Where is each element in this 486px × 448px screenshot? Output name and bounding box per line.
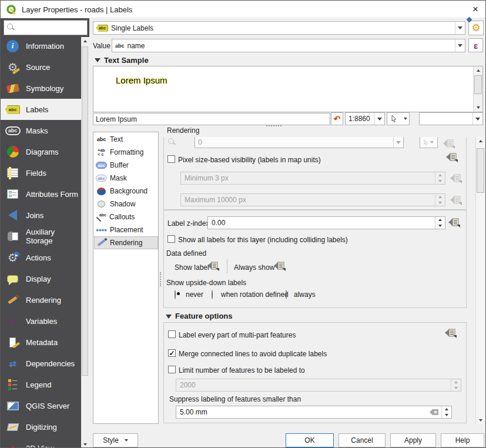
upside-down-when-rotation-radio[interactable] [212, 290, 213, 299]
map-settings-dropdown-icon[interactable] [401, 112, 410, 125]
tab-text[interactable]: abc Text [94, 133, 158, 146]
label-z-index-spinbox[interactable]: 0.00 [207, 216, 445, 229]
upside-down-always-label: always [294, 290, 316, 299]
sidebar-scroll-up-icon[interactable] [81, 37, 89, 45]
sidebar-item-3d-view[interactable]: ◆ 3D View [1, 437, 81, 448]
sidebar-item-joins[interactable]: Joins [1, 205, 81, 226]
sidebar-item-metadata[interactable]: Metadata [1, 332, 81, 353]
sample-text-input[interactable]: Lorem Ipsum [93, 113, 330, 125]
suppress-labeling-spin-buttons[interactable] [441, 406, 451, 418]
preview-background-dropdown-icon[interactable] [472, 113, 482, 125]
limit-features-spinbox[interactable]: 2000 [176, 379, 461, 392]
sidebar-item-fields[interactable]: Fields [1, 162, 81, 183]
minimum-pixel-spinbox[interactable]: Minimum 3 px [180, 172, 445, 185]
limit-features-spin-buttons[interactable] [451, 379, 461, 391]
text-sample-preview [93, 66, 483, 112]
label-z-index-spin-buttons[interactable] [435, 217, 445, 229]
panel-scroll-thumb[interactable] [477, 148, 484, 193]
maximum-pixel-spinbox[interactable]: Maximum 10000 px [180, 193, 445, 206]
sidebar-item-labels[interactable]: abc Labels [1, 99, 81, 120]
preview-scale-combo[interactable]: 1:8860 [345, 112, 385, 125]
help-button[interactable]: Help [441, 433, 484, 447]
preview-background-combo[interactable] [419, 112, 483, 125]
preview-scroll-down-icon[interactable] [474, 103, 482, 112]
label-z-index-override-button[interactable] [448, 217, 461, 229]
tab-shadow[interactable]: Shadow [94, 198, 158, 210]
show-label-override-button[interactable] [207, 260, 220, 273]
scrolled-scale-combo[interactable]: 0 [195, 137, 404, 148]
sidebar-item-actions[interactable]: ⚙▶ Actions [1, 247, 81, 268]
sidebar-item-auxiliary-storage[interactable]: Auxiliary Storage [1, 226, 81, 247]
close-icon[interactable]: × [467, 3, 484, 16]
cancel-button[interactable]: Cancel [338, 433, 386, 447]
sidebar-scrollbar[interactable] [81, 37, 89, 448]
scrolled-scale-dropdown-icon[interactable] [393, 137, 403, 148]
search-input[interactable] [4, 20, 88, 35]
preview-scrollbar[interactable] [473, 66, 482, 112]
sidebar-item-information[interactable]: i Information [1, 35, 81, 56]
sidebar-item-dependencies[interactable]: ⇄ Dependencies [1, 353, 81, 374]
sidebar-item-attributes-form[interactable]: Attributes Form [1, 183, 81, 205]
tab-formatting[interactable]: +ab< c Formatting [94, 146, 158, 159]
sidebar-item-diagrams[interactable]: Diagrams [1, 141, 81, 162]
upside-down-never-radio[interactable] [175, 290, 176, 299]
rendering-panel-title: Rendering [167, 126, 199, 135]
sidebar-item-variables[interactable]: ε Variables [1, 310, 81, 332]
value-field-dropdown-icon[interactable] [455, 39, 465, 52]
feature-options-collapse-icon[interactable] [166, 315, 172, 319]
preview-scroll-up-icon[interactable] [474, 66, 482, 75]
sidebar-item-masks[interactable]: abc Masks [1, 120, 81, 141]
scrolled-map-tool-button[interactable] [420, 137, 438, 148]
limit-features-checkbox[interactable] [168, 366, 176, 373]
tab-placement[interactable]: ◆◆◆◆ Placement [94, 223, 158, 236]
minimum-pixel-spin-buttons[interactable] [435, 172, 445, 184]
tab-buffer[interactable]: abc Buffer [94, 159, 158, 172]
maximum-pixel-override-icon[interactable] [450, 195, 462, 207]
maximum-pixel-spin-buttons[interactable] [435, 194, 445, 206]
show-all-labels-checkbox[interactable] [167, 235, 175, 243]
scrolled-override-icon[interactable] [443, 138, 455, 151]
panel-splitter-grip[interactable] [160, 272, 161, 286]
map-settings-button[interactable] [387, 112, 402, 125]
sidebar-item-source[interactable]: ⚙ Source [1, 56, 81, 78]
sidebar-item-legend[interactable]: Legend [1, 374, 81, 395]
expression-builder-button[interactable]: ε [468, 38, 483, 52]
auto-placement-settings-button[interactable]: ⚙ [468, 21, 484, 35]
label-every-part-checkbox[interactable] [168, 330, 176, 338]
tab-callouts[interactable]: abc Callouts [94, 210, 158, 223]
sidebar-item-display[interactable]: Display [1, 268, 81, 289]
sidebar-item-rendering[interactable]: Rendering [1, 289, 81, 310]
sidebar-item-digitizing[interactable]: Digitizing [1, 416, 81, 437]
suppress-labeling-spinbox[interactable]: 5.00 mm [176, 406, 452, 419]
always-show-override-button[interactable] [273, 260, 286, 273]
tab-rendering[interactable]: Rendering [94, 236, 158, 249]
panel-scroll-up-icon[interactable] [476, 137, 485, 145]
data-defined-label: Data defined [166, 249, 206, 258]
ok-button[interactable]: OK [286, 433, 334, 447]
sidebar-scroll-down-icon[interactable] [81, 440, 89, 448]
label-mode-dropdown-icon[interactable] [455, 22, 465, 34]
sidebar-item-qgis-server[interactable]: QGIS Server [1, 395, 81, 416]
tab-mask[interactable]: abc Mask [94, 172, 158, 185]
apply-button[interactable]: Apply [390, 433, 436, 447]
clear-value-icon[interactable] [430, 409, 439, 416]
pixel-visibility-override-button[interactable] [445, 152, 458, 164]
merge-connected-checkbox[interactable]: ✓ [168, 349, 176, 357]
pixel-visibility-checkbox[interactable] [167, 155, 175, 163]
upside-down-always-radio[interactable] [286, 290, 287, 299]
style-button[interactable]: Style [93, 433, 138, 447]
label-mode-combo[interactable]: abc Single Labels [93, 21, 465, 35]
sidebar-item-symbology[interactable]: Symbology [1, 78, 81, 99]
panel-scroll-down-icon[interactable] [476, 416, 485, 424]
preview-scroll-thumb[interactable] [474, 75, 482, 94]
text-sample-collapse-icon[interactable] [95, 58, 100, 62]
reset-sample-button[interactable]: ↶ [331, 112, 343, 125]
sidebar-scroll-thumb[interactable] [82, 46, 88, 376]
tab-background[interactable]: Background [94, 185, 158, 198]
scale-dropdown-icon[interactable] [374, 113, 384, 125]
label-every-part-override-button[interactable] [444, 327, 457, 340]
rendering-panel-scrollbar[interactable] [475, 137, 485, 424]
splitter-grip[interactable] [266, 125, 281, 126]
value-field-combo[interactable]: abc name [112, 39, 465, 52]
minimum-pixel-override-icon[interactable] [450, 173, 462, 185]
